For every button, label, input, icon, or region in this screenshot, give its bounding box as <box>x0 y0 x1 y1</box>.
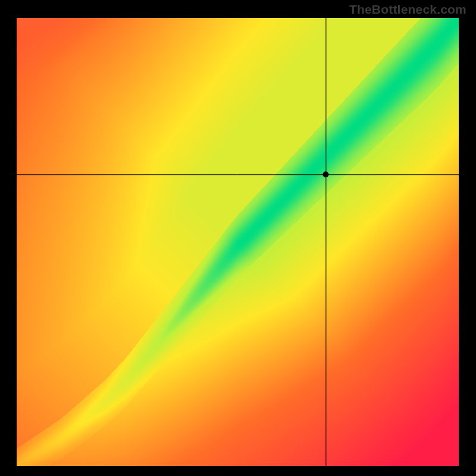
chart-frame: TheBottleneck.com <box>0 0 476 476</box>
watermark: TheBottleneck.com <box>349 2 466 17</box>
bottleneck-heatmap <box>17 18 459 466</box>
